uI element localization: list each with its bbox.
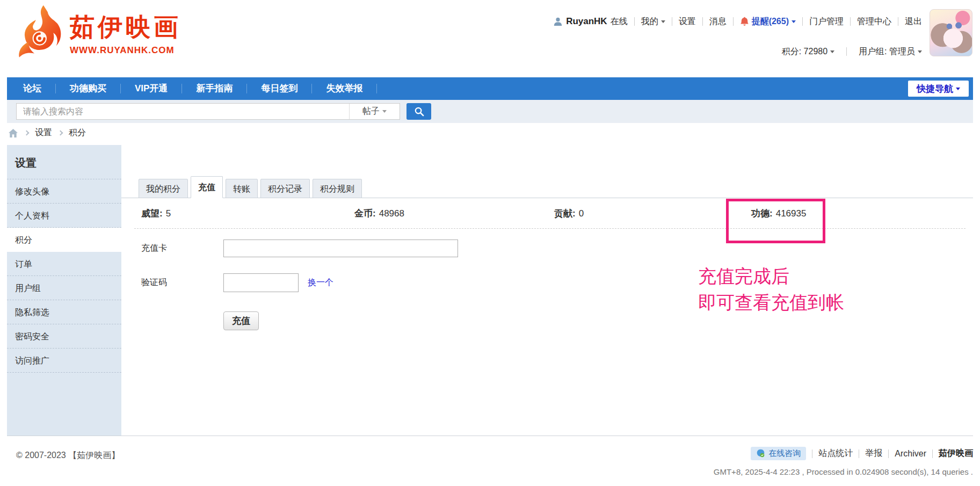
nav-item-report-invalid[interactable]: 失效举报 bbox=[312, 77, 376, 100]
search-button[interactable] bbox=[406, 103, 431, 120]
breadcrumb-settings[interactable]: 设置 bbox=[35, 127, 52, 139]
captcha-label: 验证码 bbox=[141, 277, 223, 288]
caret-down-icon bbox=[918, 50, 922, 53]
captcha-input[interactable] bbox=[223, 273, 299, 292]
sidebar-item-privacy[interactable]: 隐私筛选 bbox=[7, 300, 121, 324]
main-panel: 设置 修改头像 个人资料 积分 订单 用户组 隐私筛选 密码安全 访问推广 我的… bbox=[7, 145, 973, 436]
separator bbox=[859, 449, 859, 458]
sidebar-title: 设置 bbox=[7, 145, 121, 179]
captcha-refresh-link[interactable]: 换一个 bbox=[308, 277, 333, 288]
separator bbox=[672, 17, 672, 26]
tab-credit-log[interactable]: 积分记录 bbox=[260, 179, 310, 198]
footer-meta-text: GMT+8, 2025-4-4 22:23 , Processed in 0.0… bbox=[714, 467, 973, 476]
footer-site-name[interactable]: 茹伊映画 bbox=[939, 448, 973, 459]
sidebar-item-profile[interactable]: 个人资料 bbox=[7, 204, 121, 228]
online-support-button[interactable]: 在线咨询 bbox=[751, 447, 806, 460]
nav-item-forum[interactable]: 论坛 bbox=[7, 77, 55, 100]
user-icon bbox=[553, 17, 563, 26]
caret-down-icon bbox=[830, 50, 834, 53]
separator bbox=[812, 449, 812, 458]
footer: © 2007-2023 【茹伊映画】 在线咨询 站点统计 举报 Archiver… bbox=[7, 436, 973, 486]
separator bbox=[634, 17, 635, 26]
tab-my-credits[interactable]: 我的积分 bbox=[139, 179, 188, 198]
user-bar-line1: RuyanHK 在线 我的 设置 消息 提醒(265) 门户管理 管理中心 退出 bbox=[553, 16, 922, 27]
separator bbox=[850, 17, 851, 26]
separator bbox=[702, 17, 703, 26]
nav-item-daily-checkin[interactable]: 每日签到 bbox=[247, 77, 311, 100]
bell-icon bbox=[740, 17, 749, 26]
logout-link[interactable]: 退出 bbox=[905, 16, 922, 27]
site-stats-link[interactable]: 站点统计 bbox=[818, 448, 853, 459]
credits-dropdown[interactable]: 积分: 72980 bbox=[782, 46, 834, 57]
recharge-submit-button[interactable]: 充值 bbox=[223, 311, 259, 330]
settings-sidebar: 设置 修改头像 个人资料 积分 订单 用户组 隐私筛选 密码安全 访问推广 bbox=[7, 145, 121, 436]
submit-row: 充值 bbox=[223, 311, 973, 330]
chevron-right-icon bbox=[58, 130, 63, 136]
separator bbox=[932, 449, 933, 458]
search-box: 帖子 bbox=[16, 103, 400, 120]
report-link[interactable]: 举报 bbox=[865, 448, 882, 459]
nav-item-merit-shop[interactable]: 功德购买 bbox=[56, 77, 120, 100]
stat-contribution: 贡献:0 bbox=[547, 207, 744, 220]
portal-admin-link[interactable]: 门户管理 bbox=[809, 16, 844, 27]
my-menu[interactable]: 我的 bbox=[641, 16, 665, 27]
credits-content: 我的积分 充值 转账 积分记录 积分规则 威望:5 金币:48968 贡献:0 … bbox=[121, 145, 973, 436]
home-icon[interactable] bbox=[8, 128, 18, 138]
stat-prestige: 威望:5 bbox=[134, 207, 347, 220]
user-bar: RuyanHK 在线 我的 设置 消息 提醒(265) 门户管理 管理中心 退出 bbox=[553, 0, 922, 57]
sidebar-item-avatar[interactable]: 修改头像 bbox=[7, 179, 121, 204]
flame-logo-icon bbox=[15, 4, 62, 62]
settings-link[interactable]: 设置 bbox=[679, 16, 696, 27]
site-logo[interactable]: 茹伊映画 WWW.RUYANHK.COM bbox=[15, 4, 182, 62]
header: 茹伊映画 WWW.RUYANHK.COM RuyanHK 在线 我的 设置 消息 bbox=[0, 0, 980, 77]
user-bar-line2: 积分: 72980 用户组: 管理员 bbox=[553, 46, 922, 57]
admin-center-link[interactable]: 管理中心 bbox=[857, 16, 891, 27]
separator bbox=[733, 17, 734, 26]
separator bbox=[846, 47, 847, 56]
archiver-link[interactable]: Archiver bbox=[895, 449, 926, 459]
stat-gold: 金币:48968 bbox=[347, 207, 547, 220]
sidebar-item-password-security[interactable]: 密码安全 bbox=[7, 324, 121, 349]
tab-recharge[interactable]: 充值 bbox=[191, 176, 223, 198]
nav-item-vip[interactable]: VIP开通 bbox=[121, 77, 182, 100]
online-status: 在线 bbox=[611, 16, 628, 27]
nav-item-newbie-guide[interactable]: 新手指南 bbox=[182, 77, 246, 100]
alerts-menu[interactable]: 提醒(265) bbox=[752, 16, 796, 27]
tab-transfer[interactable]: 转账 bbox=[226, 179, 258, 198]
user-avatar[interactable] bbox=[930, 9, 972, 56]
separator bbox=[898, 17, 898, 26]
main-navbar: 论坛 功德购买 VIP开通 新手指南 每日签到 失效举报 快捷导航 bbox=[7, 77, 973, 100]
credit-stats-row: 威望:5 金币:48968 贡献:0 功德:416935 bbox=[134, 198, 966, 229]
copyright-text: © 2007-2023 【茹伊映画】 bbox=[16, 450, 120, 461]
quick-nav-button[interactable]: 快捷导航 bbox=[908, 81, 969, 97]
site-title: 茹伊映画 bbox=[70, 11, 182, 44]
page: 茹伊映画 WWW.RUYANHK.COM RuyanHK 在线 我的 设置 消息 bbox=[0, 0, 980, 486]
separator bbox=[802, 17, 803, 26]
caret-down-icon bbox=[956, 88, 960, 90]
chat-icon bbox=[756, 449, 765, 458]
separator bbox=[376, 84, 377, 93]
usergroup-dropdown[interactable]: 用户组: 管理员 bbox=[859, 46, 922, 57]
sidebar-item-credits[interactable]: 积分 bbox=[7, 228, 121, 252]
sidebar-item-promotion[interactable]: 访问推广 bbox=[7, 349, 121, 373]
tab-credit-rules[interactable]: 积分规则 bbox=[313, 179, 362, 198]
sidebar-item-usergroup[interactable]: 用户组 bbox=[7, 276, 121, 300]
sidebar-item-orders[interactable]: 订单 bbox=[7, 252, 121, 276]
separator bbox=[888, 449, 889, 458]
caret-down-icon bbox=[792, 20, 796, 23]
recharge-card-input[interactable] bbox=[223, 240, 458, 257]
username-link[interactable]: RuyanHK bbox=[566, 16, 607, 27]
captcha-row: 验证码 换一个 bbox=[141, 273, 973, 292]
recharge-card-label: 充值卡 bbox=[141, 243, 223, 254]
chevron-right-icon bbox=[24, 130, 30, 136]
stat-merit: 功德:416935 bbox=[744, 207, 966, 220]
credits-tabs: 我的积分 充值 转账 积分记录 积分规则 bbox=[121, 176, 973, 198]
breadcrumb: 设置 积分 bbox=[8, 127, 86, 139]
search-type-dropdown[interactable]: 帖子 bbox=[349, 104, 400, 119]
caret-down-icon bbox=[661, 20, 665, 23]
site-url: WWW.RUYANHK.COM bbox=[70, 45, 182, 56]
search-icon bbox=[414, 106, 424, 117]
breadcrumb-credits[interactable]: 积分 bbox=[69, 127, 86, 139]
search-input[interactable] bbox=[17, 104, 349, 119]
messages-link[interactable]: 消息 bbox=[709, 16, 727, 27]
